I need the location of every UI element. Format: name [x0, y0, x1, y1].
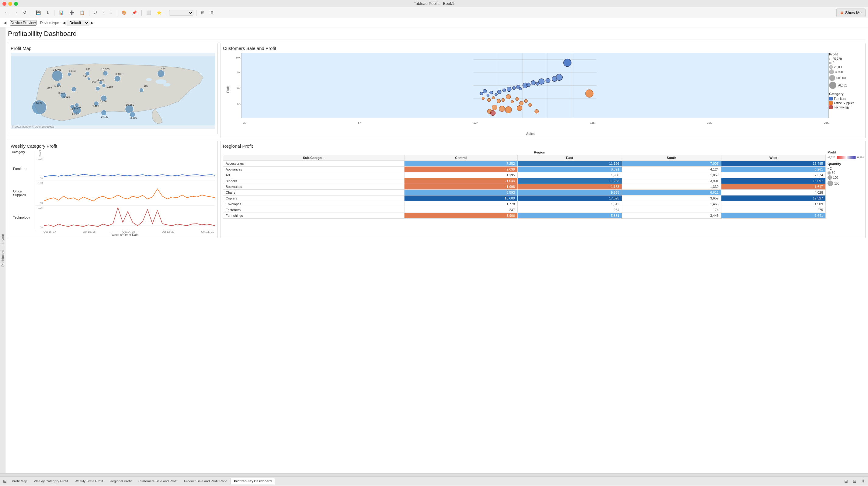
svg-point-10: [87, 77, 90, 80]
bottom-row: Weekly Category Profit Category Furnitur…: [8, 141, 866, 238]
svg-point-76: [546, 78, 550, 83]
tab-product-sale-profit-ratio[interactable]: Product Sale and Profit Ratio: [181, 478, 230, 484]
new-tab-icon[interactable]: ⊞: [842, 478, 850, 484]
svg-text:1,833: 1,833: [69, 69, 75, 73]
tab-weekly-category-profit[interactable]: Weekly Category Profit: [30, 478, 71, 484]
maximize-button[interactable]: [14, 2, 18, 6]
sort-desc-button[interactable]: ↓: [108, 9, 114, 16]
tech-cat: Technology: [11, 205, 35, 230]
profit-dot-min: [829, 58, 830, 60]
office-y-axis: 10K 0K: [35, 181, 44, 205]
regional-profit-legend-title: Profit: [828, 150, 864, 154]
color-button[interactable]: 🎨: [120, 9, 128, 16]
grid-view-button[interactable]: ⊞: [199, 9, 206, 16]
device-preview-button[interactable]: Device Preview: [10, 20, 36, 26]
down-tab-icon[interactable]: ⬇: [860, 478, 867, 484]
qty-item-100: 100: [828, 175, 864, 180]
data-source-icon[interactable]: ⊞: [1, 478, 8, 484]
svg-text:16,250: 16,250: [126, 103, 134, 106]
svg-point-85: [506, 94, 510, 99]
duplicate-sheet-button[interactable]: 📋: [78, 9, 86, 16]
nav-back-button[interactable]: ←: [2, 9, 10, 16]
map-copyright: © 2022 Mapbox © OpenStreetMap: [12, 125, 54, 128]
furniture-cat: Furniture: [11, 156, 35, 181]
refresh-button[interactable]: ↺: [21, 9, 28, 16]
tab-customers-sale-profit[interactable]: Customers Sale and Profit: [135, 478, 181, 484]
svg-point-63: [490, 91, 493, 94]
furniture-sparkline: [44, 156, 215, 180]
customers-legend: Profit -25,729 0 20,000: [829, 52, 864, 110]
window-title: Tableau Public - Book1: [414, 1, 454, 6]
profit-20k-label: 20,000: [834, 65, 843, 69]
svg-point-82: [492, 96, 495, 99]
swap-button[interactable]: ⇄: [92, 9, 99, 16]
quantity-legend-title: Quantity: [828, 162, 864, 166]
customers-panel: Customers Sale and Profit Profit: [220, 43, 866, 138]
svg-point-84: [501, 98, 505, 102]
show-me-button[interactable]: ≡ Show Me: [836, 8, 866, 17]
tech-sparkline: [44, 205, 215, 230]
tab-profitablility-dashboard[interactable]: Profitablility Dashboard: [230, 478, 275, 484]
cell-subcategory: Fasteners: [223, 207, 404, 213]
cell-south: 7,005: [622, 161, 721, 167]
map-container[interactable]: 33,403 -1,190 827 1,833 230 395 100 2,54…: [11, 53, 215, 129]
tech-label: Technology: [834, 106, 849, 109]
sort-asc-button[interactable]: ↑: [101, 9, 107, 16]
star-button[interactable]: ⭐: [155, 9, 163, 16]
nav-forward-button[interactable]: →: [12, 9, 20, 16]
cell-central: -3,906: [404, 213, 517, 219]
save-button[interactable]: 💾: [34, 9, 42, 16]
left-sidebar: Layout Dashboard: [0, 27, 5, 473]
svg-text:76,381: 76,381: [34, 101, 42, 104]
y-top-o: 10K: [36, 181, 43, 184]
svg-point-64: [495, 93, 498, 96]
svg-point-80: [482, 97, 485, 100]
cell-east: 1,900: [517, 172, 622, 178]
tech-chart: 10K 0K: [35, 205, 215, 230]
device-type-label: Device type: [40, 21, 59, 25]
device-prev-icon[interactable]: ◀: [63, 21, 65, 25]
svg-point-73: [531, 81, 535, 85]
tab-profit-map[interactable]: Profit Map: [8, 478, 30, 484]
scatter-plot[interactable]: [241, 53, 829, 118]
svg-text:2,547: 2,547: [58, 91, 65, 94]
present-button[interactable]: 🖥: [208, 9, 216, 16]
new-sheet-button[interactable]: ➕: [67, 9, 76, 16]
close-button[interactable]: [2, 2, 6, 6]
svg-point-89: [524, 99, 528, 103]
device-next-icon[interactable]: ▶: [91, 21, 93, 25]
profit-76k-label: 76,381: [838, 84, 847, 87]
office-swatch: [829, 101, 833, 105]
x-label-4: Oct 12, 20: [162, 230, 175, 233]
table-row: Art1,1951,9001,0592,374: [223, 172, 826, 178]
horizontal-scrollbar[interactable]: [0, 473, 868, 476]
scatter-svg: [242, 53, 829, 118]
cell-south: 3,659: [622, 196, 721, 201]
sidebar-dashboard-label[interactable]: Dashboard: [1, 250, 5, 267]
search-select[interactable]: [169, 10, 193, 16]
tab-weekly-state-profit[interactable]: Weekly State Profit: [71, 478, 106, 484]
weekly-panel: Weekly Category Profit Category Furnitur…: [8, 141, 218, 238]
regional-table-body: Accessories7,25211,1967,00516,485Applian…: [223, 161, 826, 219]
qty-label-100: 100: [833, 176, 838, 179]
collapse-sidebar-btn[interactable]: ◀: [4, 21, 6, 25]
grid-tab-icon[interactable]: ⊟: [851, 478, 858, 484]
svg-point-97: [585, 89, 593, 97]
minimize-button[interactable]: [8, 2, 12, 6]
cell-west: 275: [721, 207, 826, 213]
svg-point-83: [497, 99, 501, 103]
svg-point-14: [96, 86, 100, 91]
fit-button[interactable]: ⬜: [145, 9, 153, 16]
device-select[interactable]: Default Desktop Tablet Phone: [67, 20, 89, 26]
sidebar-layout-label[interactable]: Layout: [1, 234, 5, 244]
tab-regional-profit[interactable]: Regional Profit: [106, 478, 135, 484]
download-button[interactable]: ⬇: [44, 9, 52, 16]
office-sparkline: [44, 181, 215, 205]
svg-point-78: [556, 74, 562, 80]
svg-point-25: [101, 110, 106, 115]
svg-text:4,854: 4,854: [92, 104, 99, 107]
furniture-sparkline-area: [44, 156, 215, 180]
tooltip-button[interactable]: 📌: [130, 9, 139, 16]
chart-type-button[interactable]: 📊: [57, 9, 66, 16]
y-top-t: 10K: [36, 206, 43, 209]
